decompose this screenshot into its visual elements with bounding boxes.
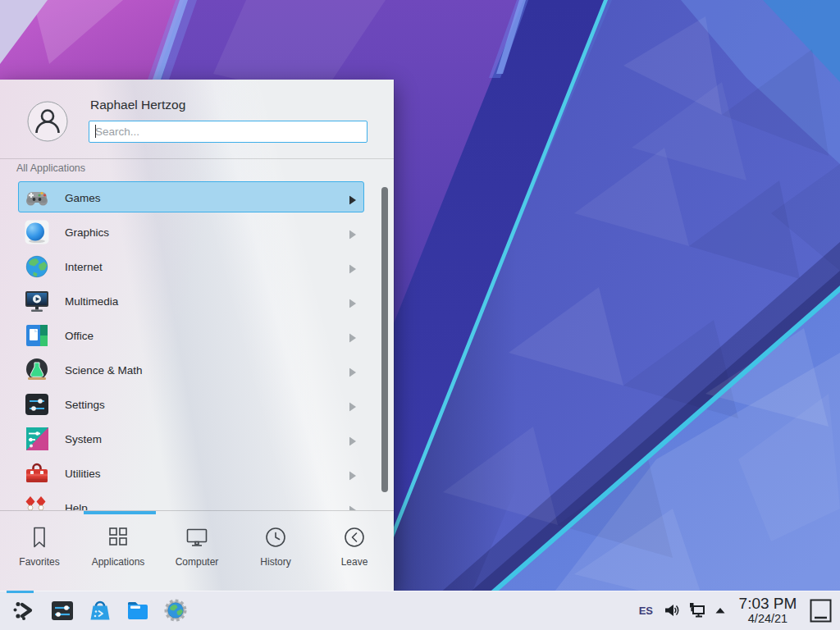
submenu-arrow-icon [349, 331, 356, 340]
tabbar: Favorites Applications Computer [0, 514, 394, 591]
tab-label: History [260, 556, 290, 568]
category-list: Games Graphics [0, 180, 394, 510]
submenu-arrow-icon [349, 504, 356, 511]
menu-item-label: Science & Math [65, 364, 143, 377]
menu-item-science-math[interactable]: Science & Math [0, 353, 394, 387]
tab-computer[interactable]: Computer [158, 514, 236, 591]
submenu-arrow-icon [349, 262, 356, 272]
text-cursor [95, 125, 96, 138]
header-divider [0, 158, 394, 159]
menu-item-label: Graphics [65, 226, 109, 239]
volume-icon[interactable] [664, 602, 680, 619]
menu-item-label: Games [65, 192, 101, 204]
system-tray: ES 7:03 PM 4/24/21 [639, 596, 840, 625]
submenu-arrow-icon [349, 435, 356, 444]
system-settings-icon[interactable] [49, 597, 75, 623]
tab-label: Applications [92, 556, 145, 568]
menu-item-multimedia[interactable]: Multimedia [0, 284, 394, 318]
clock-time: 7:03 PM [734, 596, 801, 612]
menu-item-system[interactable]: System [0, 422, 394, 456]
submenu-arrow-icon [349, 469, 356, 478]
bookmark-icon [27, 525, 52, 550]
submenu-arrow-icon [349, 366, 356, 375]
scrollbar[interactable] [381, 187, 388, 492]
history-clock-icon [263, 525, 288, 550]
menu-item-label: Office [65, 330, 94, 342]
menu-item-help[interactable]: Help [0, 491, 394, 510]
menu-item-utilities[interactable]: Utilities [0, 456, 394, 491]
gamepad-icon [24, 185, 50, 211]
application-launcher-menu: Raphael Hertzog All Applications Games [0, 80, 394, 591]
menu-item-label: Multimedia [65, 295, 118, 308]
submenu-arrow-icon [349, 194, 356, 203]
tab-history[interactable]: History [236, 514, 315, 591]
tab-label: Leave [341, 556, 368, 568]
menu-item-label: Utilities [65, 468, 101, 480]
tab-label: Computer [176, 556, 219, 568]
office-document-icon [24, 322, 50, 349]
menu-item-label: System [65, 433, 102, 445]
discover-store-icon[interactable] [87, 597, 113, 623]
kickoff-launcher-icon[interactable] [11, 597, 38, 623]
user-name: Raphael Hertzog [90, 98, 185, 112]
tab-favorites[interactable]: Favorites [0, 514, 79, 591]
science-flask-icon [24, 357, 50, 383]
app-grid-icon [106, 525, 130, 550]
multimedia-monitor-icon [24, 288, 50, 314]
system-sliders-icon [24, 426, 50, 452]
search-input[interactable] [89, 121, 368, 143]
menu-item-games[interactable]: Games [0, 180, 394, 215]
menu-item-internet[interactable]: Internet [0, 249, 394, 284]
keyboard-layout-indicator[interactable]: ES [639, 605, 653, 617]
menu-item-graphics[interactable]: Graphics [0, 215, 394, 249]
expand-tray-caret-icon[interactable] [714, 606, 726, 614]
web-browser-icon[interactable] [162, 597, 189, 623]
submenu-arrow-icon [349, 400, 356, 409]
tab-label: Favorites [19, 556, 59, 568]
utilities-toolbox-icon [24, 460, 50, 486]
clock-date: 4/24/21 [734, 612, 801, 625]
section-label: All Applications [16, 162, 85, 174]
menu-item-settings[interactable]: Settings [0, 387, 394, 422]
graphics-sphere-icon [24, 219, 50, 245]
tabbar-divider [0, 510, 394, 511]
active-task-indicator [7, 591, 34, 593]
menu-item-office[interactable]: Office [0, 318, 394, 353]
menu-item-label: Internet [65, 261, 103, 273]
submenu-arrow-icon [349, 297, 356, 306]
help-icon [24, 495, 50, 510]
digital-clock[interactable]: 7:03 PM 4/24/21 [734, 596, 801, 625]
submenu-arrow-icon [349, 228, 356, 237]
user-avatar-icon[interactable] [27, 101, 68, 142]
file-manager-icon[interactable] [125, 597, 151, 623]
leave-icon [342, 525, 367, 550]
taskbar: ES 7:03 PM 4/24/21 [0, 591, 840, 630]
network-icon[interactable] [689, 602, 705, 619]
menu-item-label: Settings [65, 399, 105, 411]
settings-sliders-icon [24, 391, 50, 418]
computer-icon [185, 525, 209, 550]
menu-item-label: Help [65, 502, 88, 511]
tab-leave[interactable]: Leave [315, 514, 394, 591]
globe-icon [24, 253, 50, 280]
show-desktop-button[interactable] [810, 599, 832, 623]
tab-applications[interactable]: Applications [79, 514, 158, 591]
